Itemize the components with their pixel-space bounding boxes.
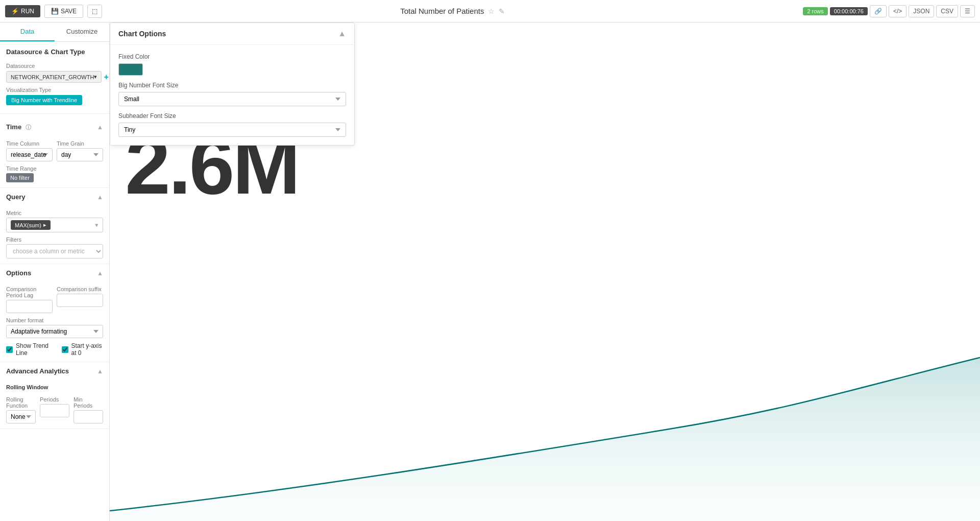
min-periods-label: Min Periods: [74, 396, 103, 409]
filters-select[interactable]: choose a column or metric: [6, 244, 103, 258]
options-section-content: Comparison Period Lag Comparison suffix …: [0, 282, 109, 362]
options-section: Options ▲ Comparison Period Lag Comparis…: [0, 264, 109, 362]
chart-title: Total Number of Patients ☆ ✎: [106, 7, 799, 15]
start-y-axis-checkbox[interactable]: [62, 346, 68, 353]
panel-tabs: Data Customize: [0, 22, 109, 42]
chevron-down-icon: ▾: [95, 221, 99, 229]
time-column-select[interactable]: release_date: [6, 148, 53, 161]
chart-options-panel: Chart Options ▲ Fixed Color Big Number F…: [110, 22, 355, 146]
rolling-window-title: Rolling Window: [6, 384, 103, 390]
query-section-header[interactable]: Query ▲: [0, 188, 109, 206]
metric-select[interactable]: MAX(sum) ▸ ▾: [6, 218, 103, 232]
chart-options-close-icon[interactable]: ▲: [338, 29, 346, 38]
toolbar: ⚡ RUN 💾 SAVE ⬚ Total Number of Patients …: [0, 0, 980, 22]
time-badge: 00:00:00:76: [830, 7, 868, 15]
info-icon[interactable]: ⓘ: [26, 124, 31, 130]
add-datasource-icon[interactable]: +: [104, 73, 108, 82]
comparison-period-input[interactable]: [6, 300, 53, 313]
trend-chart: [110, 347, 980, 521]
query-chevron-up-icon: ▲: [97, 194, 103, 201]
time-column-label: Time Column: [6, 140, 53, 147]
left-panel: Data Customize Datasource & Chart Type D…: [0, 22, 110, 521]
show-trend-line-label: Show Trend Line: [16, 342, 51, 357]
comparison-suffix-input[interactable]: [57, 294, 103, 307]
save-icon: 💾: [51, 8, 59, 15]
number-format-label: Number format: [6, 317, 103, 323]
main-layout: Data Customize Datasource & Chart Type D…: [0, 22, 980, 521]
advanced-analytics-title: Advanced Analytics: [6, 367, 69, 375]
periods-input[interactable]: [40, 404, 69, 417]
tab-data[interactable]: Data: [0, 22, 55, 41]
advanced-analytics-content: Rolling Window Rolling Function None Per…: [0, 384, 109, 429]
run-icon: ⚡: [11, 8, 19, 15]
star-icon[interactable]: ☆: [488, 7, 495, 15]
json-button[interactable]: JSON: [909, 5, 934, 17]
time-grain-label: Time Grain: [57, 140, 103, 147]
show-trend-line-checkbox[interactable]: [6, 346, 13, 353]
query-section-title: Query: [6, 193, 26, 201]
time-range-label: Time Range: [6, 165, 103, 172]
options-section-title: Options: [6, 269, 31, 277]
options-section-header[interactable]: Options ▲: [0, 264, 109, 282]
csv-button[interactable]: CSV: [936, 5, 958, 17]
viz-type-badge[interactable]: Big Number with Trendline: [6, 95, 82, 105]
run-button[interactable]: ⚡ RUN: [5, 5, 40, 17]
no-filter-badge[interactable]: No filter: [6, 173, 34, 182]
chart-options-body: Fixed Color Big Number Font Size Small M…: [110, 45, 354, 145]
time-section: Time ⓘ ▲ Time Column release_date Time G…: [0, 118, 109, 188]
chart-area: Chart Options ▲ Fixed Color Big Number F…: [110, 22, 980, 521]
save-button[interactable]: 💾 SAVE: [44, 5, 83, 18]
big-number-font-size-select[interactable]: Small Medium Large: [118, 92, 346, 106]
chart-options-header: Chart Options ▲: [110, 23, 354, 45]
chart-options-title: Chart Options: [118, 30, 166, 38]
min-periods-input[interactable]: [74, 410, 103, 423]
comparison-suffix-label: Comparison suffix: [57, 286, 103, 292]
datasource-dropdown[interactable]: NETWORK_PATIENT_GROWTH ▾: [6, 71, 102, 83]
filters-label: Filters: [6, 236, 103, 243]
code-button[interactable]: </>: [889, 5, 906, 17]
toolbar-right: 2 rows 00:00:00:76 🔗 </> JSON CSV ☰: [803, 5, 975, 17]
advanced-analytics-header[interactable]: Advanced Analytics ▲: [0, 362, 109, 380]
advanced-analytics-section: Advanced Analytics ▲ Rolling Window Roll…: [0, 362, 109, 429]
start-y-axis-label: Start y-axis at 0: [71, 342, 104, 357]
periods-label: Periods: [40, 396, 69, 402]
options-chevron-up-icon: ▲: [97, 270, 103, 277]
time-chevron-up-icon: ▲: [97, 124, 103, 131]
link-button[interactable]: 🔗: [870, 5, 887, 17]
datasource-label: Datasource: [6, 63, 103, 69]
metric-label: Metric: [6, 210, 103, 216]
chevron-down-icon: ▾: [94, 74, 97, 80]
time-section-header[interactable]: Time ⓘ ▲: [0, 118, 109, 136]
query-section-content: Metric MAX(sum) ▸ ▾ Filters choose a col…: [0, 210, 109, 264]
share-button[interactable]: ⬚: [87, 5, 102, 18]
big-number-font-size-label: Big Number Font Size: [118, 82, 346, 89]
query-section: Query ▲ Metric MAX(sum) ▸ ▾ Filters choo…: [0, 188, 109, 264]
rows-badge: 2 rows: [803, 7, 827, 15]
fixed-color-label: Fixed Color: [118, 53, 346, 60]
datasource-select-row: NETWORK_PATIENT_GROWTH ▾ +: [6, 71, 103, 83]
menu-button[interactable]: ☰: [960, 5, 975, 17]
time-section-title: Time ⓘ: [6, 123, 31, 131]
edit-icon[interactable]: ✎: [499, 7, 505, 15]
viz-label: Visualization Type: [6, 87, 103, 93]
time-section-content: Time Column release_date Time Grain day …: [0, 136, 109, 187]
advanced-analytics-chevron-up-icon: ▲: [97, 368, 103, 375]
number-format-select[interactable]: Adaptative formating: [6, 325, 103, 338]
subheader-font-size-label: Subheader Font Size: [118, 112, 346, 120]
metric-arrow-icon: ▸: [43, 222, 46, 228]
comparison-period-label: Comparison Period Lag: [6, 286, 53, 298]
subheader-font-size-select[interactable]: Tiny Small Medium Large: [118, 123, 346, 137]
time-grain-select[interactable]: day: [57, 148, 103, 161]
datasource-section: Datasource & Chart Type Datasource NETWO…: [0, 42, 109, 114]
metric-tag: MAX(sum) ▸: [11, 220, 51, 230]
fixed-color-swatch[interactable]: [118, 63, 143, 76]
datasource-section-title: Datasource & Chart Type: [0, 42, 109, 59]
rolling-function-select[interactable]: None: [6, 410, 36, 423]
rolling-function-label: Rolling Function: [6, 396, 36, 409]
tab-customize[interactable]: Customize: [55, 22, 109, 41]
